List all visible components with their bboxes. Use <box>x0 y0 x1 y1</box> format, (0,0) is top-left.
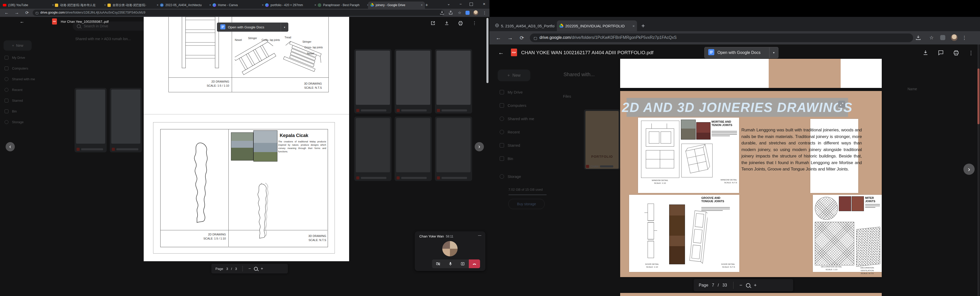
open-with-google-docs-button[interactable]: Open with Google Docs ▾ <box>217 22 288 32</box>
print-icon[interactable] <box>458 21 463 26</box>
browser-menu-icon[interactable]: ⋮ <box>961 34 968 42</box>
tab-joinery-drive[interactable]: joinery - Google Drive × <box>368 2 425 9</box>
tab-canva-home[interactable]: Home - Canva × <box>210 2 266 9</box>
file-card[interactable] <box>354 49 391 114</box>
new-tab-button[interactable]: + <box>638 21 648 31</box>
buy-storage-button[interactable]: Buy storage <box>508 199 545 209</box>
download-icon[interactable] <box>444 21 450 26</box>
file-card[interactable] <box>395 117 432 181</box>
next-page-arrow[interactable]: › <box>475 142 484 151</box>
bookmark-star-icon[interactable]: ☆ <box>928 34 935 42</box>
sidebar-item-my-drive[interactable]: My Drive <box>500 90 523 94</box>
file-card[interactable] <box>435 117 472 181</box>
tab-niba-2[interactable]: 全部分类-动漫-泥巴影院- × <box>105 2 161 9</box>
sidebar-item-starred[interactable]: Starred <box>5 99 23 102</box>
tab-close-icon[interactable]: × <box>421 3 423 7</box>
minimize-window-icon[interactable]: − <box>457 0 465 8</box>
profile-avatar[interactable] <box>473 10 478 15</box>
bookmark-star-icon[interactable]: ☆ <box>456 9 463 16</box>
sidebar-item-bin[interactable]: Bin <box>5 109 17 113</box>
file-card[interactable] <box>354 117 391 181</box>
browser-menu-icon[interactable]: ⋮ <box>482 9 487 16</box>
address-bar[interactable]: drive.google.com/drive/folders/1DEJlhL4j… <box>33 10 444 16</box>
viewer-scrollbar-thumb[interactable] <box>487 18 488 83</box>
tab-individual-portfolio[interactable]: 202205_INDIVIDUAL PORTFOLIO × <box>557 21 637 31</box>
breadcrumb[interactable]: Shared with me > AD3 rumah lon... <box>75 37 131 41</box>
minimize-call-icon[interactable]: — <box>478 234 481 237</box>
sidebar-item-bin[interactable]: Bin <box>500 157 513 161</box>
sidebar-item-computers[interactable]: Computers <box>5 66 28 70</box>
tab-architecture-doc[interactable]: cn 2022-05_AI404_Architectu × <box>158 2 213 9</box>
zoom-in-button[interactable]: + <box>754 282 757 288</box>
open-with-caret[interactable]: ▾ <box>769 47 778 58</box>
file-card[interactable] <box>110 88 142 152</box>
preview-back-icon[interactable]: ← <box>18 18 25 25</box>
forward-icon[interactable]: → <box>13 9 21 16</box>
tab-paraphraser[interactable]: Paraphraser - Best Paraph × <box>315 2 371 9</box>
save-page-icon[interactable] <box>439 10 445 16</box>
reload-icon[interactable]: ⟳ <box>517 34 526 42</box>
tab-youtube[interactable]: (195) YouTube × <box>0 2 56 9</box>
camera-off-button[interactable] <box>432 259 444 268</box>
sidebar-item-computers[interactable]: Computers <box>500 103 526 107</box>
present-screen-button[interactable] <box>457 259 469 268</box>
video-call-widget[interactable]: Chan Yoke Wan 58:11 — <box>415 231 485 271</box>
zoom-out-button[interactable]: − <box>740 282 742 288</box>
share-icon[interactable] <box>448 10 454 16</box>
page-current[interactable]: 3 <box>226 267 228 271</box>
file-card[interactable] <box>75 88 107 152</box>
zoom-in-button[interactable]: + <box>261 266 263 271</box>
previous-page-arrow[interactable]: ‹ <box>6 142 15 151</box>
sidebar-item-storage[interactable]: Storage <box>500 174 521 179</box>
hang-up-button[interactable] <box>469 259 480 268</box>
next-page-arrow[interactable]: › <box>963 163 975 175</box>
new-button[interactable]: + New <box>3 40 32 51</box>
tab-niba-1[interactable]: 动漫-泥巴影院-海外华人在 × <box>52 2 108 9</box>
back-icon[interactable]: ← <box>494 34 503 42</box>
download-icon[interactable] <box>922 50 928 55</box>
tab-canva-portfolio[interactable]: portfolio - 420 × 297mm × <box>263 2 318 9</box>
sidebar-item-shared[interactable]: Shared with me <box>500 117 534 121</box>
restore-window-icon[interactable] <box>469 3 473 6</box>
sidebar-label: Starred <box>12 99 23 102</box>
preview-back-icon[interactable]: ← <box>496 48 505 57</box>
extension-icon[interactable] <box>466 11 469 15</box>
expand-icon[interactable] <box>838 101 845 108</box>
new-button[interactable]: + New <box>498 70 530 81</box>
sidebar-item-storage[interactable]: Storage <box>5 120 24 124</box>
open-with-caret[interactable]: ▾ <box>281 23 288 32</box>
zoom-icon[interactable] <box>254 267 258 271</box>
more-options-icon[interactable]: ⋮ <box>968 49 974 57</box>
portfolio-file-card[interactable]: PORTFOLIO CHAN <box>584 109 620 170</box>
sidebar-item-recent[interactable]: Recent <box>5 88 22 92</box>
tab-search-chevron-icon[interactable]: ⌄ <box>445 0 452 8</box>
open-in-new-icon[interactable] <box>430 21 436 26</box>
address-bar[interactable]: drive.google.com/drive/folders/1PcKwK0FB… <box>530 34 913 42</box>
extension-icon[interactable] <box>940 35 945 40</box>
viewer-scrollbar-thumb[interactable] <box>977 69 980 124</box>
sidebar-item-recent[interactable]: Recent <box>500 130 520 134</box>
tab-portfolio-reference[interactable]: 5. 2105_AI454_AD3_05_Portfolio × <box>493 21 561 31</box>
reload-icon[interactable]: ⟳ <box>24 9 30 16</box>
forward-icon[interactable]: → <box>506 34 514 42</box>
open-with-google-docs-button[interactable]: Open with Google Docs ▾ <box>704 47 778 58</box>
tab-close-icon[interactable]: × <box>632 24 635 28</box>
back-icon[interactable]: ← <box>3 9 10 16</box>
file-card[interactable] <box>435 49 472 114</box>
new-tab-button[interactable]: + <box>423 2 430 9</box>
sidebar-item-my-drive[interactable]: My Drive <box>5 56 25 59</box>
sidebar-item-shared[interactable]: Shared with me <box>5 77 35 81</box>
sidebar-item-starred[interactable]: Starred <box>500 143 520 147</box>
name-column-header[interactable]: Name <box>907 87 917 91</box>
install-app-icon[interactable] <box>915 35 921 40</box>
file-card[interactable] <box>395 49 432 114</box>
profile-avatar[interactable] <box>951 34 958 41</box>
close-window-icon[interactable]: × <box>480 0 488 8</box>
microphone-button[interactable] <box>444 259 457 268</box>
more-options-icon[interactable]: ⋮ <box>472 20 477 27</box>
add-comment-icon[interactable] <box>938 50 943 55</box>
print-icon[interactable] <box>953 50 959 55</box>
page-current[interactable]: 7 <box>712 283 714 288</box>
zoom-out-button[interactable]: − <box>248 266 251 271</box>
zoom-icon[interactable] <box>746 283 750 288</box>
